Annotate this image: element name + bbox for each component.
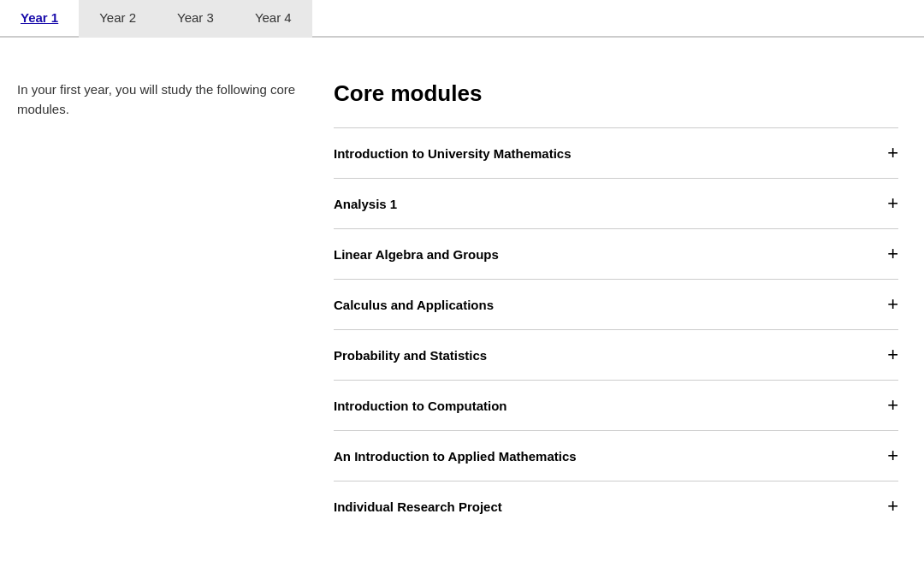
module-list: Introduction to University Mathematics +… <box>334 127 898 531</box>
module-name-1: Analysis 1 <box>334 197 397 211</box>
main-content: In your first year, you will study the f… <box>0 38 924 557</box>
module-item-5[interactable]: Introduction to Computation + <box>334 380 898 430</box>
right-panel: Core modules Introduction to University … <box>334 80 898 531</box>
expand-icon-6: + <box>887 446 898 465</box>
module-item-1[interactable]: Analysis 1 + <box>334 178 898 228</box>
module-item-2[interactable]: Linear Algebra and Groups + <box>334 228 898 279</box>
module-name-0: Introduction to University Mathematics <box>334 146 572 161</box>
expand-icon-5: + <box>887 396 898 415</box>
expand-icon-2: + <box>887 245 898 263</box>
tab-bar: Year 1 Year 2 Year 3 Year 4 <box>0 0 924 38</box>
module-name-2: Linear Algebra and Groups <box>334 247 499 262</box>
module-name-5: Introduction to Computation <box>334 399 506 413</box>
module-item-4[interactable]: Probability and Statistics + <box>334 329 898 380</box>
module-name-7: Individual Research Project <box>334 499 502 514</box>
tab-year3[interactable]: Year 3 <box>157 0 234 38</box>
expand-icon-1: + <box>887 194 898 213</box>
tab-year1[interactable]: Year 1 <box>0 0 79 38</box>
module-name-6: An Introduction to Applied Mathematics <box>334 449 577 464</box>
expand-icon-0: + <box>887 144 898 162</box>
left-panel: In your first year, you will study the f… <box>9 80 299 531</box>
tab-year4[interactable]: Year 4 <box>234 0 312 38</box>
description-text: In your first year, you will study the f… <box>17 80 299 119</box>
expand-icon-7: + <box>887 497 898 516</box>
module-name-4: Probability and Statistics <box>334 348 487 363</box>
tab-year2[interactable]: Year 2 <box>79 0 157 38</box>
module-item-7[interactable]: Individual Research Project + <box>334 481 898 531</box>
expand-icon-3: + <box>887 295 898 314</box>
module-item-6[interactable]: An Introduction to Applied Mathematics + <box>334 430 898 481</box>
module-item-0[interactable]: Introduction to University Mathematics + <box>334 127 898 178</box>
expand-icon-4: + <box>887 346 898 364</box>
module-name-3: Calculus and Applications <box>334 298 494 312</box>
module-item-3[interactable]: Calculus and Applications + <box>334 279 898 329</box>
section-title: Core modules <box>334 80 898 107</box>
